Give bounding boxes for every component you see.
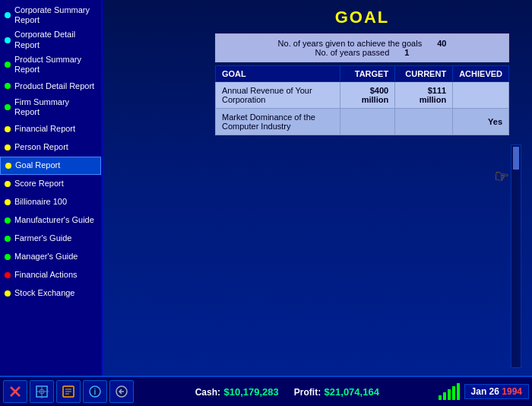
sidebar-label-score-report: Score Report [14,179,64,189]
sidebar-item-billionaire-100[interactable]: Billionaire 100 [0,193,101,211]
taskbar-btn-news[interactable] [56,380,81,403]
dot-green [5,254,11,260]
sidebar-item-product-summary[interactable]: Product Summary Report [0,52,101,77]
sidebar-item-financial-report[interactable]: Financial Report [0,120,101,138]
sidebar-label-product-detail: Product Detail Report [14,81,94,91]
taskbar-btn-info[interactable]: i [83,380,107,403]
table-header-row: GOAL TARGET CURRENT ACHIEVED [216,66,509,82]
sidebar-label-person-report: Person Report [14,142,68,152]
report-title: GOAL [215,8,509,27]
svg-text:i: i [94,388,97,396]
sidebar-label-product-summary: Product Summary Report [14,55,97,75]
main-content: GOAL No. of years given to achieve the g… [103,0,521,376]
profit-value: $21,074,164 [325,386,379,398]
sidebar-label-stock-exchange: Stock Exchange [14,288,75,298]
years-passed-label: No. of years passed [315,48,390,57]
cell-target-0: $400 million [340,82,395,109]
info-row-1: No. of years given to achieve the goals … [225,39,499,48]
sidebar-label-firm-summary: Firm Summary Report [14,97,97,117]
cash-value: $10,179,283 [224,386,279,398]
profit-label: Profit: [294,387,321,398]
years-passed-value: 1 [404,48,409,57]
scrollbar[interactable] [511,144,521,368]
dot-yellow [5,181,11,187]
sidebar-label-financial-actions: Financial Actions [14,270,78,280]
dot-cyan [5,12,11,18]
year-text: 1994 [502,386,522,397]
dot-red [5,272,11,278]
sidebar-item-score-report[interactable]: Score Report [0,175,101,193]
sidebar-label-goal-report: Goal Report [15,160,60,170]
bar-1 [439,395,442,400]
goal-table: GOAL TARGET CURRENT ACHIEVED Annual Reve… [215,65,509,135]
dot-green [5,236,11,242]
taskbar: i Cash: $10,179,283 Profit: $21,074,164 … [0,376,532,406]
signal-bars [439,383,460,400]
sidebar-label-corporate-detail: Corporate Detail Report [14,30,97,49]
col-goal: GOAL [216,66,340,82]
sidebar-item-corporate-detail[interactable]: Corporate Detail Report [0,27,101,52]
dot-yellow [5,163,11,169]
sidebar-item-stock-exchange[interactable]: Stock Exchange [0,284,101,303]
dot-cyan [5,37,11,43]
table-row: Annual Revenue of Your Corporation$400 m… [216,82,509,109]
goal-table-container: GOAL TARGET CURRENT ACHIEVED Annual Reve… [215,65,509,135]
dot-yellow [5,199,11,205]
cell-goal-1: Market Dominance of the Computer Industr… [216,109,340,135]
bar-2 [443,392,446,400]
sidebar-item-financial-actions[interactable]: Financial Actions [0,266,101,284]
taskbar-btn-map[interactable] [30,380,54,403]
scrollbar-thumb[interactable] [513,147,519,170]
date-display: Jan 26 1994 [464,384,529,399]
dot-green [5,217,11,224]
taskbar-btn-back[interactable] [109,380,134,403]
sidebar-item-person-report[interactable]: Person Report [0,138,101,157]
cash-label: Cash: [195,387,220,398]
bar-3 [448,389,451,400]
sidebar-item-product-detail[interactable]: Product Detail Report [0,77,101,95]
dot-green [5,104,11,110]
cell-achieved-0 [453,82,509,109]
years-given-value: 40 [437,39,446,48]
cell-current-1 [395,109,453,135]
taskbar-info: Cash: $10,179,283 Profit: $21,074,164 [136,385,439,398]
sidebar-label-corporate-summary: Corporate Summary Report [14,5,97,25]
dot-yellow [5,290,11,297]
sidebar-label-financial-report: Financial Report [14,124,75,134]
sidebar-item-manufacturers-guide[interactable]: Manufacturer's Guide [0,211,101,230]
table-row: Market Dominance of the Computer Industr… [216,109,509,135]
dot-green [5,62,11,68]
col-target: TARGET [340,66,395,82]
taskbar-btn-tools[interactable] [3,380,27,403]
cell-current-0: $111 million [395,82,453,109]
sidebar-label-manufacturers-guide: Manufacturer's Guide [14,215,94,225]
cell-goal-0: Annual Revenue of Your Corporation [216,82,340,109]
info-row-2: No. of years passed 1 [225,48,499,57]
cell-achieved-1: Yes [453,109,509,135]
date-text: Jan 26 [471,386,499,397]
col-achieved: ACHIEVED [453,66,509,82]
dot-green [5,83,11,89]
bar-4 [452,386,455,400]
sidebar: Corporate Summary ReportCorporate Detail… [0,0,103,376]
sidebar-item-farmers-guide[interactable]: Farmer's Guide [0,230,101,248]
report-panel: GOAL No. of years given to achieve the g… [215,8,509,338]
sidebar-label-billionaire-100: Billionaire 100 [14,197,67,207]
info-box: No. of years given to achieve the goals … [215,33,509,62]
sidebar-item-corporate-summary[interactable]: Corporate Summary Report [0,3,101,27]
dot-yellow [5,144,11,151]
col-current: CURRENT [395,66,453,82]
sidebar-label-farmers-guide: Farmer's Guide [14,233,71,243]
cell-target-1 [340,109,395,135]
bar-5 [457,383,460,400]
years-given-label: No. of years given to achieve the goals [278,39,423,48]
sidebar-label-managers-guide: Manager's Guide [14,252,78,262]
sidebar-item-goal-report[interactable]: Goal Report [0,157,101,175]
sidebar-item-firm-summary[interactable]: Firm Summary Report [0,95,101,119]
sidebar-item-managers-guide[interactable]: Manager's Guide [0,248,101,266]
dot-yellow [5,126,11,132]
